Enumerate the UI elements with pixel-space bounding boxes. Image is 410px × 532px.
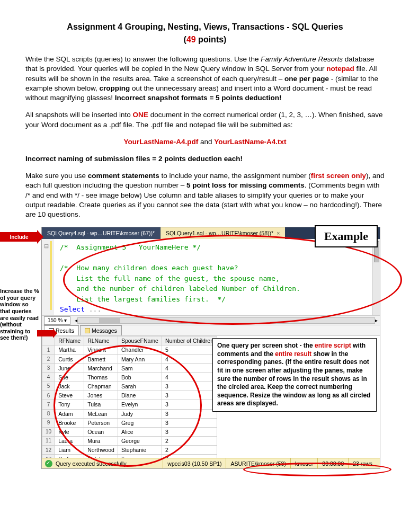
- table-cell: 3: [162, 391, 217, 400]
- code-editor-pane[interactable]: ⊟ /* Assignment 5 YourNameHere */ /* How…: [42, 239, 380, 316]
- editor-tab-active[interactable]: SQLQuery1.sql - wp…URITE\kmoser (58))*×: [161, 227, 285, 239]
- table-cell: Diane: [118, 391, 162, 400]
- filename-txt: YourLastName-A4.txt: [214, 138, 286, 146]
- horizontal-scrollbar[interactable]: [77, 317, 375, 324]
- paragraph-3: Incorrect naming of submission files = 2…: [25, 154, 385, 164]
- code-line-5: List the largest families first. */: [60, 295, 226, 303]
- zoom-dropdown[interactable]: 150 % ▾: [44, 316, 70, 325]
- editor-tab-inactive[interactable]: SQLQuery4.sql - wp…URITE\kmoser (67))*: [42, 227, 160, 239]
- code-ellipsis: ...: [85, 305, 101, 313]
- status-bar: Query executed successfully. wpccis03 (1…: [42, 458, 380, 468]
- table-row[interactable]: 2CurtisBarnettMary Ann4: [42, 354, 217, 363]
- table-row[interactable]: 4SueThomasBob4: [42, 373, 217, 382]
- p4-t6: 5 point loss for missing comments: [186, 181, 305, 189]
- table-cell: Tulsa: [84, 400, 118, 409]
- code-line-3: List the full name of the guest, the spo…: [60, 274, 280, 282]
- filename-pdf: YourLastName-A4.pdf: [123, 138, 198, 146]
- table-cell: Steve: [55, 391, 84, 400]
- table-cell: Tom: [118, 455, 162, 458]
- table-cell: Curtis: [55, 354, 84, 363]
- filename-and: and: [198, 138, 214, 146]
- table-cell: Northwood: [84, 446, 118, 455]
- points-value: 49: [186, 35, 196, 44]
- messages-tab-label: Messages: [92, 327, 117, 334]
- p4-t4: first screen only: [311, 172, 366, 180]
- paragraph-1: Write the SQL scripts (queries) to answe…: [25, 55, 385, 103]
- filename-line: YourLastName-A4.pdf and YourLastName-A4.…: [25, 137, 385, 147]
- table-cell: Bob: [118, 373, 162, 382]
- col-rfname: RFName: [55, 336, 84, 345]
- status-db: kmoser: [290, 458, 317, 469]
- table-row[interactable]: 3JuneMarchandSam4: [42, 363, 217, 373]
- p4-t2: comment statements: [88, 172, 159, 180]
- table-row[interactable]: 12LiamNorthwoodStephanie2: [42, 446, 217, 455]
- table-cell: 12: [42, 446, 55, 455]
- table-cell: Laura: [55, 437, 84, 446]
- table-cell: 7: [42, 400, 55, 409]
- table-cell: McLean: [84, 409, 118, 418]
- code-line-2: /* How many children does each guest hav…: [60, 264, 238, 272]
- table-cell: Brooke: [55, 418, 84, 427]
- h-scrollbar-thumb[interactable]: [99, 318, 120, 323]
- ib-t2: entire script: [315, 342, 351, 349]
- table-row[interactable]: 7TonyTulsaEvelyn3: [42, 400, 217, 409]
- table-cell: 4: [162, 363, 217, 373]
- success-icon: [45, 460, 52, 467]
- table-cell: Mary Ann: [118, 354, 162, 363]
- table-row[interactable]: 9BrookePetersonGreg3: [42, 418, 217, 427]
- table-cell: Stephanie: [118, 446, 162, 455]
- close-icon[interactable]: ×: [277, 230, 280, 236]
- table-cell: Jack: [55, 382, 84, 391]
- editor-gutter: ⊟: [42, 239, 54, 315]
- table-row[interactable]: 8AdamMcLeanJudy3: [42, 409, 217, 418]
- status-message: Query executed successfully.: [56, 460, 128, 467]
- zoom-side-arrow: [37, 330, 53, 336]
- p1-t1: Write the SQL scripts (queries) to answe…: [25, 55, 261, 63]
- table-cell: Greg: [118, 418, 162, 427]
- code-line-1: /* Assignment 5 YourNameHere */: [60, 243, 201, 251]
- table-cell: Martha: [55, 345, 84, 354]
- table-cell: 3: [162, 400, 217, 409]
- p2-t1: All snapshots will be inserted into: [25, 111, 133, 119]
- messages-tab[interactable]: Messages: [80, 325, 122, 335]
- table-cell: 2: [162, 446, 217, 455]
- table-row[interactable]: 11LauraMuraGeorge2: [42, 437, 217, 446]
- table-row[interactable]: 13SadieRufaloTom2: [42, 455, 217, 458]
- scroll-right-icon[interactable]: ▸: [375, 317, 378, 324]
- zoom-value: 150 %: [48, 317, 63, 323]
- table-cell: Sarah: [118, 382, 162, 391]
- table-row[interactable]: 5JackChapmanSarah3: [42, 382, 217, 391]
- table-cell: Barnett: [84, 354, 118, 363]
- table-cell: Alice: [118, 427, 162, 436]
- status-rows: 23 rows: [348, 458, 377, 469]
- p1-t8: cropping: [100, 84, 130, 92]
- ib-t5: show in the corresponding panes. (If the…: [217, 350, 370, 407]
- table-row[interactable]: 10KyleOceanAlice3: [42, 427, 217, 436]
- zoom-bar: 150 % ▾ ◂ ▸: [42, 316, 380, 325]
- p1-t6: one per page: [284, 75, 329, 83]
- p4-t3: to include your name, the assignment num…: [159, 172, 311, 180]
- include-callout-arrow: Include: [0, 232, 38, 242]
- table-cell: 3: [162, 418, 217, 427]
- col-spouse: SpouseFName: [118, 336, 162, 345]
- table-row[interactable]: 6SteveJonesDiane3: [42, 391, 217, 400]
- table-cell: Evelyn: [118, 400, 162, 409]
- col-children: Number of Children: [162, 336, 217, 345]
- collapse-icon[interactable]: ⊟: [44, 242, 49, 250]
- table-cell: Ocean: [84, 427, 118, 436]
- table-cell: 4: [162, 354, 217, 363]
- results-tab-label: Results: [56, 327, 74, 334]
- ib-t4: entire result: [275, 350, 311, 358]
- paragraph-2: All snapshots will be inserted into ONE …: [25, 110, 385, 129]
- vertical-scrollbar[interactable]: [372, 239, 380, 315]
- table-cell: Vincent: [84, 345, 118, 354]
- table-cell: 13: [42, 455, 55, 458]
- status-time: 00:00:00: [317, 458, 348, 469]
- table-cell: George: [118, 437, 162, 446]
- col-rlname: RLName: [84, 336, 118, 345]
- example-screenshot-container: Include Increase the % of your query win…: [25, 227, 385, 469]
- table-row[interactable]: 1MarthaVincentChandler5: [42, 345, 217, 354]
- table-cell: Rufalo: [84, 455, 118, 458]
- code-content[interactable]: /* Assignment 5 YourNameHere */ /* How m…: [54, 239, 372, 315]
- code-line-4: and the number of children labeled Numbe…: [60, 285, 300, 292]
